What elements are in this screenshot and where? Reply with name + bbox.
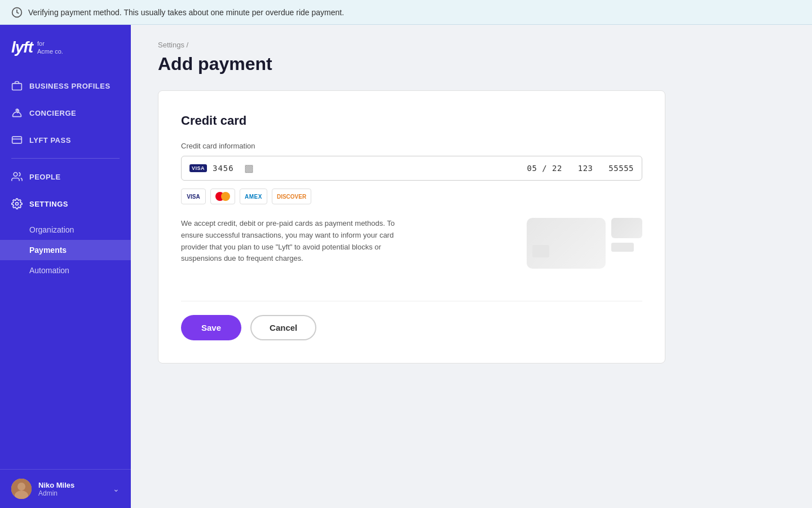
form-divider bbox=[181, 301, 642, 301]
cc-partial-number: 3456 bbox=[213, 164, 234, 173]
sidebar: lyft for Acme co. BUSINESS PROFILES bbox=[0, 25, 131, 508]
sidebar-item-people[interactable]: PEOPLE bbox=[0, 163, 131, 190]
logo-area: lyft for Acme co. bbox=[0, 25, 131, 68]
svg-point-8 bbox=[17, 483, 25, 491]
cc-field-label: Credit card information bbox=[181, 142, 642, 150]
card-preview-line bbox=[611, 243, 634, 252]
sidebar-item-settings[interactable]: SETTINGS bbox=[0, 190, 131, 217]
brand-visa: VISA bbox=[181, 189, 206, 204]
avatar-image bbox=[11, 479, 32, 499]
settings-subnav: Organization Payments Automation bbox=[0, 217, 131, 285]
user-name: Niko Miles bbox=[38, 481, 106, 489]
avatar bbox=[11, 479, 32, 499]
visa-label: VISA bbox=[189, 164, 207, 172]
notification-banner: Verifying payment method. This usually t… bbox=[0, 0, 812, 25]
sidebar-item-concierge[interactable]: CONCIERGE bbox=[0, 99, 131, 126]
svg-point-5 bbox=[14, 173, 17, 177]
svg-rect-3 bbox=[12, 137, 22, 143]
cc-expiry: 05 / 22 bbox=[527, 164, 562, 173]
payment-card: Credit card Credit card information VISA… bbox=[158, 90, 665, 364]
brand-discover: DISCOVER bbox=[272, 189, 311, 204]
info-text: We accept credit, debit or pre-paid card… bbox=[181, 218, 407, 265]
subnav-item-organization[interactable]: Organization bbox=[0, 220, 131, 240]
svg-point-2 bbox=[16, 109, 17, 111]
people-icon bbox=[11, 171, 23, 182]
user-menu[interactable]: Niko Miles Admin ⌄ bbox=[0, 469, 131, 508]
user-info: Niko Miles Admin bbox=[38, 481, 106, 497]
briefcase-icon bbox=[11, 80, 23, 91]
gear-icon bbox=[11, 198, 23, 209]
cc-cvv: 123 bbox=[578, 164, 593, 173]
breadcrumb-parent[interactable]: Settings bbox=[158, 41, 184, 49]
svg-point-6 bbox=[16, 203, 19, 205]
cancel-button[interactable]: Cancel bbox=[250, 315, 316, 340]
sidebar-item-lyft-pass[interactable]: LYFT PASS bbox=[0, 126, 131, 154]
nav-divider bbox=[11, 158, 120, 159]
card-brands: VISA AMEX DISCOVER bbox=[181, 189, 642, 204]
chevron-down-icon: ⌄ bbox=[113, 484, 120, 493]
concierge-icon bbox=[11, 107, 23, 119]
chip-icon: ▩ bbox=[244, 162, 254, 174]
card-icon bbox=[11, 134, 23, 146]
brand-mastercard bbox=[210, 189, 235, 204]
save-button[interactable]: Save bbox=[181, 315, 241, 340]
sidebar-item-business-profiles[interactable]: BUSINESS PROFILES bbox=[0, 72, 131, 99]
lyft-logo: lyft bbox=[11, 38, 33, 56]
card-preview-main bbox=[527, 218, 606, 269]
user-role: Admin bbox=[38, 489, 106, 497]
clock-icon bbox=[11, 7, 23, 18]
card-preview-small bbox=[611, 218, 642, 238]
cc-input-field[interactable]: VISA 3456 ▩ 05 / 22 123 55555 bbox=[181, 156, 642, 181]
action-buttons: Save Cancel bbox=[181, 315, 642, 340]
company-tagline: for Acme co. bbox=[37, 40, 63, 56]
main-content: Settings / Add payment Credit card Credi… bbox=[131, 25, 812, 508]
brand-amex: AMEX bbox=[240, 189, 267, 204]
card-title: Credit card bbox=[181, 113, 642, 128]
breadcrumb-separator: / bbox=[187, 41, 189, 49]
breadcrumb: Settings / bbox=[158, 25, 785, 54]
cc-zip: 55555 bbox=[608, 164, 634, 173]
sidebar-nav: BUSINESS PROFILES CONCIERGE LYFT PASS bbox=[0, 68, 131, 469]
banner-message: Verifying payment method. This usually t… bbox=[28, 8, 344, 17]
page-title: Add payment bbox=[158, 54, 785, 75]
svg-rect-1 bbox=[12, 84, 22, 90]
subnav-item-payments[interactable]: Payments bbox=[0, 240, 131, 260]
subnav-item-automation[interactable]: Automation bbox=[0, 260, 131, 281]
